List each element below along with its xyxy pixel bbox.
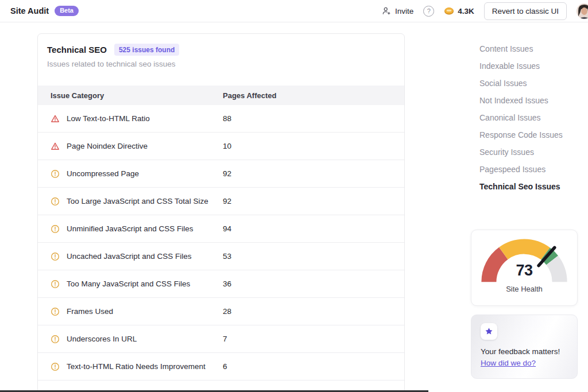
issue-category-label: Too Many JavaScript and CSS Files — [67, 280, 190, 288]
page-title: Site Audit — [10, 6, 49, 15]
severity-icon-wrap — [51, 307, 60, 316]
site-health-label: Site Health — [471, 285, 577, 293]
table-row[interactable]: Too Many JavaScript and CSS Files 36 — [38, 270, 404, 298]
warning-circle-icon — [51, 169, 60, 178]
issues-nav-item[interactable]: Pagespeed Issues — [479, 161, 580, 178]
warning-circle-icon — [51, 335, 60, 344]
severity-icon-wrap — [51, 252, 60, 261]
site-health-card: 73 Site Health — [471, 230, 578, 306]
warning-circle-icon — [51, 280, 60, 289]
star-icon — [485, 327, 493, 336]
avatar-photo — [577, 3, 588, 19]
severity-icon-wrap — [51, 335, 60, 344]
pages-affected-value: 28 — [223, 307, 231, 316]
feedback-link[interactable]: How did we do? — [481, 359, 536, 367]
table-row[interactable]: Text-to-HTML Ratio Needs Improvement 6 — [38, 353, 404, 381]
panel-header: Technical SEO 525 issues found Issues re… — [38, 34, 404, 86]
pages-affected-value: 94 — [223, 224, 231, 233]
technical-seo-panel: Technical SEO 525 issues found Issues re… — [37, 33, 405, 392]
credits-value: 4.3K — [458, 7, 474, 15]
issues-nav-item[interactable]: Not Indexed Issues — [479, 92, 580, 109]
issues-nav-item[interactable]: Response Code Issues — [479, 126, 580, 143]
issues-nav: Content Issues Indexable Issues Social I… — [479, 40, 580, 195]
credits-counter[interactable]: 4.3K — [444, 7, 474, 15]
person-plus-icon — [382, 6, 391, 15]
table-row[interactable]: Underscores In URL 7 — [38, 325, 404, 353]
coin-icon — [444, 7, 454, 15]
pages-affected-value: 6 — [223, 362, 227, 371]
feedback-card: Your feedback matters! How did we do? — [471, 315, 578, 379]
table-row[interactable]: Uncompressed Page 92 — [38, 160, 404, 188]
issue-category-label: Uncompressed Page — [67, 169, 139, 178]
error-triangle-icon — [51, 114, 60, 123]
revert-to-classic-button[interactable]: Revert to classic UI — [484, 2, 567, 20]
invite-button[interactable]: Invite — [382, 6, 413, 15]
pages-affected-value: 92 — [223, 197, 231, 205]
table-row[interactable]: Unminified JavaScript and CSS Files 94 — [38, 215, 404, 243]
issues-table: Low Text-to-HTML Ratio 88 — [38, 105, 404, 392]
star-box — [481, 323, 497, 340]
column-issue-category: Issue Category — [38, 91, 223, 100]
issue-category-label: Text-to-HTML Ratio Needs Improvement — [67, 362, 206, 371]
issue-category-label: Unminified JavaScript and CSS Files — [67, 224, 194, 233]
table-row[interactable]: Frames Used 28 — [38, 298, 404, 325]
feedback-message: Your feedback matters! — [481, 347, 568, 356]
warning-circle-icon — [51, 252, 60, 261]
panel-title: Technical SEO — [47, 45, 107, 55]
severity-icon-wrap — [51, 362, 60, 371]
issues-nav-item[interactable]: Indexable Issues — [479, 57, 580, 75]
topbar: Site Audit Beta Invite ? — [0, 0, 588, 22]
column-pages-affected: Pages Affected — [223, 91, 404, 100]
pages-affected-value: 53 — [223, 252, 231, 261]
site-audit-page: Site Audit Beta Invite ? — [0, 0, 588, 392]
pages-affected-value: 88 — [223, 114, 231, 123]
table-row[interactable]: Low Text-to-HTML Ratio 88 — [38, 105, 404, 133]
table-header: Issue Category Pages Affected — [38, 86, 404, 105]
pages-affected-value: 36 — [223, 280, 231, 288]
issue-category-label: Low Text-to-HTML Ratio — [67, 114, 150, 123]
warning-circle-icon — [51, 362, 60, 371]
avatar[interactable] — [577, 3, 588, 19]
invite-label: Invite — [395, 7, 413, 15]
warning-circle-icon — [51, 224, 60, 234]
warning-circle-icon — [51, 197, 60, 206]
severity-icon-wrap — [51, 142, 60, 151]
issues-nav-item[interactable]: Content Issues — [479, 40, 580, 57]
topbar-left: Site Audit Beta — [10, 6, 79, 16]
site-health-score: 73 — [479, 262, 570, 280]
warning-circle-icon — [51, 307, 60, 316]
issue-category-label: Too Large JavaScript and CSS Total Size — [67, 197, 208, 205]
issue-category-label: Uncached JavaScript and CSS Files — [67, 252, 192, 261]
issue-category-label: Page Noindex Directive — [67, 142, 148, 150]
table-row[interactable]: Too Large JavaScript and CSS Total Size … — [38, 188, 404, 215]
issues-nav-item[interactable]: Canonical Issues — [479, 109, 580, 126]
issues-nav-item[interactable]: Technical Seo Issues — [479, 178, 580, 195]
table-row[interactable]: Uncached JavaScript and CSS Files 53 — [38, 243, 404, 270]
pages-affected-value: 7 — [223, 335, 227, 343]
issues-nav-item[interactable]: Security Issues — [479, 143, 580, 161]
pages-affected-value: 10 — [223, 142, 231, 150]
severity-icon-wrap — [51, 114, 60, 123]
site-health-gauge: 73 — [479, 236, 570, 283]
severity-icon-wrap — [51, 169, 60, 178]
issues-nav-item[interactable]: Social Issues — [479, 75, 580, 92]
topbar-right: Invite ? 4.3K Revert to classic UI — [382, 2, 588, 20]
issue-category-label: Frames Used — [67, 307, 113, 316]
severity-icon-wrap — [51, 197, 60, 206]
severity-icon-wrap — [51, 280, 60, 289]
beta-badge: Beta — [55, 6, 79, 16]
pages-affected-value: 92 — [223, 169, 231, 178]
error-triangle-icon — [51, 142, 60, 151]
severity-icon-wrap — [51, 224, 60, 234]
issue-category-label: Underscores In URL — [67, 335, 137, 343]
table-row[interactable]: Page Noindex Directive 10 — [38, 133, 404, 160]
panel-subtitle: Issues related to technical seo issues — [47, 60, 395, 68]
help-icon[interactable]: ? — [423, 6, 434, 17]
help-glyph: ? — [427, 7, 431, 14]
issues-found-badge: 525 issues found — [114, 44, 179, 56]
